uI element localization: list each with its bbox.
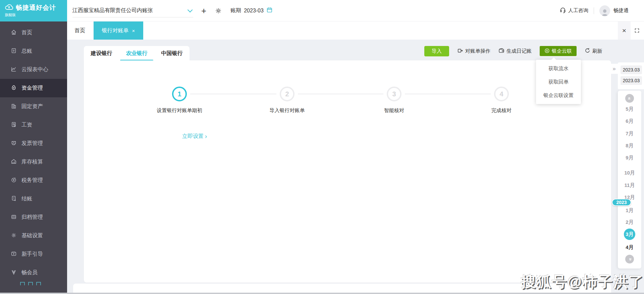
period-display: 2023.03 2023.03: [618, 62, 644, 89]
sidebar-item-settle[interactable]: 结账: [0, 190, 67, 208]
sidebar-item-member[interactable]: 畅会员: [0, 263, 67, 282]
sidebar-item-general-ledger[interactable]: 总账: [0, 42, 67, 60]
bank-tab-abc[interactable]: 农业银行: [119, 46, 154, 61]
period-value: 2023-03: [244, 8, 264, 14]
month-item-8[interactable]: 8月: [618, 142, 641, 150]
accounting-period[interactable]: 账期 2023-03: [230, 7, 273, 14]
step-connector: [405, 94, 491, 94]
sidebar-item-funds-management[interactable]: 资金管理: [0, 79, 67, 97]
month-item-11[interactable]: 11月: [618, 181, 641, 189]
chart-icon: [11, 66, 17, 74]
member-v-icon: [11, 269, 17, 277]
month-item-9[interactable]: 9月: [618, 154, 641, 162]
gear-icon: [11, 232, 17, 240]
ledger-icon: [11, 48, 17, 55]
window-tab-bar: 首页 银行对账单 × ×: [67, 21, 644, 40]
step-3-circle: 3: [387, 87, 401, 101]
sidebar-item-home[interactable]: 首页: [0, 23, 67, 42]
calendar-icon: [266, 7, 273, 14]
sidebar-item-label: 归档管理: [21, 214, 43, 221]
sidebar-item-invoice[interactable]: 发票管理: [0, 134, 67, 153]
avatar[interactable]: [599, 5, 610, 16]
archive-icon: [11, 214, 17, 221]
app-title: 畅捷通好会计: [16, 3, 56, 12]
wallet-icon: [498, 48, 504, 55]
month-item-7[interactable]: 7月: [618, 130, 641, 138]
add-account-set-button[interactable]: +: [201, 7, 206, 14]
collapse-panel-handle[interactable]: »: [609, 64, 619, 74]
bank-tab-boc[interactable]: 中国银行: [154, 46, 190, 61]
bank-tabs: 建设银行 农业银行 中国银行: [84, 46, 190, 61]
fullscreen-icon[interactable]: [631, 21, 643, 40]
button-label: 刷新: [592, 48, 602, 54]
building-icon: [11, 103, 17, 110]
menu-item-fetch-flow[interactable]: 获取流水: [536, 62, 581, 75]
cloud-logo-icon: [5, 3, 13, 12]
sidebar-item-label: 固定资产: [21, 103, 43, 110]
step-4-label: 完成核对: [451, 107, 552, 114]
current-period-chip[interactable]: 2023.03: [621, 65, 642, 74]
salary-icon: [11, 121, 17, 129]
sidebar-item-settings[interactable]: 基础设置: [0, 227, 67, 245]
step-4-circle: 4: [494, 87, 509, 101]
setup-now-link[interactable]: 立即设置 ›: [182, 133, 207, 140]
app-logo[interactable]: 畅捷通好会计 旗舰版: [0, 0, 67, 21]
month-item-10[interactable]: 10月: [618, 169, 641, 177]
settings-gear-icon[interactable]: [215, 7, 222, 14]
year-badge: 2023: [612, 199, 631, 206]
sidebar-item-label: 云报表中心: [21, 66, 48, 73]
menu-item-cloud-settings[interactable]: 银企云联设置: [536, 89, 581, 102]
sidebar-item-label: 工资: [21, 121, 32, 129]
tab-home[interactable]: 首页: [70, 21, 90, 40]
divider: [594, 7, 594, 14]
close-all-button[interactable]: ×: [618, 21, 631, 40]
period-label: 账期: [230, 7, 241, 14]
bank-cloud-icon: [544, 48, 550, 54]
sidebar: 畅捷通好会计 旗舰版 首页 总账 云报表中心 资金管理 固定资产 工资: [0, 0, 67, 294]
company-selector[interactable]: 江西服宝精品有限责任公司内账张: [72, 4, 193, 17]
username[interactable]: 畅捷通: [613, 7, 629, 14]
sidebar-item-label: 畅会员: [21, 269, 38, 276]
selected-period-chip[interactable]: 2023.03: [621, 76, 642, 85]
button-label: 生成日记账: [506, 48, 532, 54]
chevron-down-icon: [187, 7, 193, 12]
headset-icon: [559, 7, 566, 14]
bank-cloud-button[interactable]: 银企云联: [540, 46, 577, 56]
month-item-2[interactable]: 2月: [618, 218, 641, 226]
import-button[interactable]: 导入: [424, 46, 449, 56]
sidebar-item-archive[interactable]: 归档管理: [0, 208, 67, 227]
bank-cloud-dropdown: 获取流水 获取回单 银企云联设置: [536, 60, 581, 104]
toolbar: 导入 对账单操作 生成日记账 银企云联 刷新: [424, 46, 602, 56]
sidebar-item-salary[interactable]: 工资: [0, 116, 67, 134]
topbar: 江西服宝精品有限责任公司内账张 + 账期 2023-03 人工咨询 畅捷通: [67, 0, 644, 21]
generate-journal-button[interactable]: 生成日记账: [498, 48, 532, 55]
month-item-4[interactable]: 4月: [618, 243, 641, 251]
watermark: 搜狐号@柿子洪了: [521, 272, 644, 292]
sidebar-item-partial[interactable]: [0, 282, 67, 285]
month-item-1[interactable]: 1月: [618, 206, 641, 214]
play-video-icon: [11, 251, 17, 258]
month-item-3-selected[interactable]: 3月: [624, 229, 635, 240]
month-item-5[interactable]: 5月: [618, 105, 641, 113]
month-item-6[interactable]: 6月: [618, 117, 641, 125]
sidebar-item-cloud-reports[interactable]: 云报表中心: [0, 60, 67, 79]
tab-close-icon[interactable]: ×: [132, 28, 135, 34]
sidebar-item-guide[interactable]: 新手引导: [0, 245, 67, 263]
sidebar-item-label: 资金管理: [21, 85, 43, 92]
sidebar-item-label: 新手引导: [21, 251, 43, 258]
sidebar-item-tax[interactable]: 税务管理: [0, 171, 67, 190]
menu-item-fetch-receipt[interactable]: 获取回单: [536, 75, 581, 89]
refresh-button[interactable]: 刷新: [585, 48, 602, 54]
sidebar-item-inventory[interactable]: 库存核算: [0, 153, 67, 171]
support-link[interactable]: 人工咨询: [559, 7, 588, 14]
sidebar-menu: 首页 总账 云报表中心 资金管理 固定资产 工资 发票管理 库存核算: [0, 21, 67, 285]
tab-bank-statement[interactable]: 银行对账单 ×: [94, 21, 143, 40]
scroll-down-button[interactable]: «: [625, 255, 634, 263]
scroll-up-button[interactable]: «: [625, 94, 634, 103]
sidebar-item-label: 发票管理: [21, 140, 43, 147]
bank-tab-ccb[interactable]: 建设银行: [84, 46, 119, 61]
chevron-right-icon: ›: [205, 133, 207, 140]
sidebar-item-label: 基础设置: [21, 232, 43, 239]
statement-operations-button[interactable]: 对账单操作: [457, 48, 490, 55]
sidebar-item-fixed-assets[interactable]: 固定资产: [0, 97, 67, 116]
